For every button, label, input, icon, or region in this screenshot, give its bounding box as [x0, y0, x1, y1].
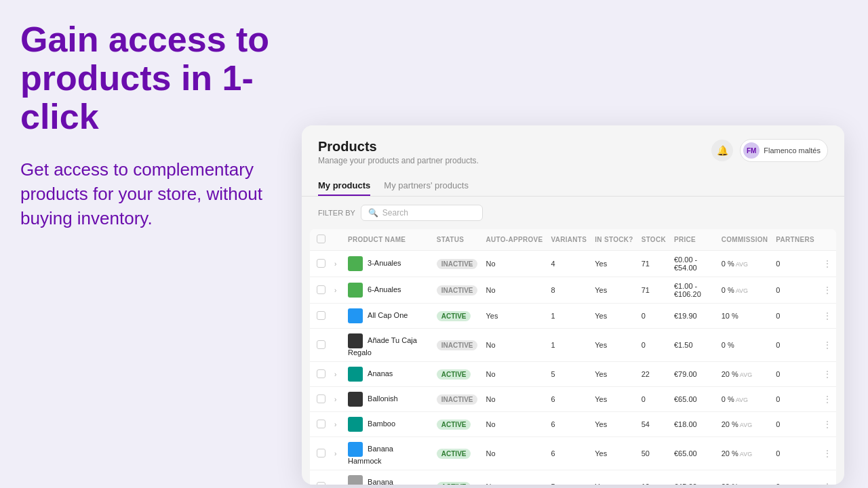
more-icon[interactable]: ⋮	[823, 310, 832, 321]
product-thumbnail	[348, 442, 363, 457]
row-more-actions[interactable]: ⋮	[818, 362, 836, 387]
more-icon[interactable]: ⋮	[823, 369, 832, 380]
row-more-actions[interactable]: ⋮	[818, 470, 836, 485]
row-in-stock: Yes	[591, 362, 637, 387]
row-expand[interactable]: ›	[330, 470, 344, 485]
header-commission: COMMISSION	[717, 229, 772, 251]
table-row[interactable]: › Banana Hammock ACTIVE No 6 Yes 50 €65.…	[310, 437, 836, 470]
row-checkbox[interactable]	[310, 470, 330, 485]
search-placeholder: Search	[382, 208, 408, 218]
select-all-checkbox[interactable]	[317, 235, 326, 243]
row-auto-approve: No	[481, 277, 547, 304]
more-icon[interactable]: ⋮	[823, 285, 832, 296]
table-header-row: PRODUCT NAME STATUS AUTO-APPROVE VARIANT…	[310, 229, 836, 251]
table-row[interactable]: › Ananas ACTIVE No 5 Yes 22 €79.00 20 %A…	[310, 362, 836, 387]
expand-arrow-icon[interactable]: ›	[334, 483, 336, 485]
row-partners: 0	[772, 362, 818, 387]
table-row[interactable]: › Banana Hammock T-Shirt ACTIVE No 5 Yes…	[310, 470, 836, 485]
user-badge[interactable]: FM Flamenco maltés	[740, 139, 828, 162]
row-checkbox[interactable]	[310, 277, 330, 304]
row-select-checkbox[interactable]	[317, 449, 326, 458]
header-auto-approve: AUTO-APPROVE	[481, 229, 547, 251]
more-icon[interactable]: ⋮	[823, 258, 832, 269]
row-expand[interactable]	[330, 304, 344, 329]
row-select-checkbox[interactable]	[317, 285, 326, 294]
row-auto-approve: No	[481, 329, 547, 362]
notification-icon[interactable]: 🔔	[711, 140, 733, 161]
table-row[interactable]: › Bamboo ACTIVE No 6 Yes 54 €18.00 20 %A…	[310, 412, 836, 437]
row-more-actions[interactable]: ⋮	[818, 251, 836, 277]
row-checkbox[interactable]	[310, 251, 330, 277]
row-select-checkbox[interactable]	[317, 340, 326, 349]
row-select-checkbox[interactable]	[317, 482, 326, 485]
more-icon[interactable]: ⋮	[823, 481, 832, 485]
expand-arrow-icon[interactable]: ›	[334, 260, 336, 268]
row-checkbox[interactable]	[310, 387, 330, 412]
expand-arrow-icon[interactable]: ›	[334, 287, 336, 294]
row-expand[interactable]	[330, 329, 344, 362]
row-checkbox[interactable]	[310, 304, 330, 329]
row-more-actions[interactable]: ⋮	[818, 304, 836, 329]
row-price: €79.00	[670, 362, 717, 387]
row-expand[interactable]: ›	[330, 251, 344, 277]
header-checkbox[interactable]	[310, 229, 330, 251]
row-checkbox[interactable]	[310, 329, 330, 362]
row-price: €65.00	[670, 437, 717, 470]
expand-arrow-icon[interactable]: ›	[334, 371, 336, 378]
row-auto-approve: No	[481, 470, 547, 485]
row-select-checkbox[interactable]	[317, 369, 326, 378]
row-variants: 6	[547, 387, 591, 412]
row-more-actions[interactable]: ⋮	[818, 437, 836, 470]
header-variants: VARIANTS	[547, 229, 591, 251]
more-icon[interactable]: ⋮	[823, 340, 832, 350]
table-row[interactable]: All Cap One ACTIVE Yes 1 Yes 0 €19.90 10…	[310, 304, 836, 329]
row-expand[interactable]: ›	[330, 277, 344, 304]
table-row[interactable]: › 6-Anuales INACTIVE No 8 Yes 71 €1.00 -…	[310, 277, 836, 304]
product-name-text: 3-Anuales	[368, 259, 401, 267]
tab-my-products[interactable]: My products	[318, 176, 370, 196]
main-headline: Gain access to products in 1-click	[20, 20, 285, 137]
tab-partners-products[interactable]: My partners' products	[384, 176, 469, 196]
row-more-actions[interactable]: ⋮	[818, 387, 836, 412]
row-price: €1.50	[670, 329, 717, 362]
expand-arrow-icon[interactable]: ›	[334, 421, 336, 428]
product-name-text: Ballonish	[368, 394, 398, 403]
row-select-checkbox[interactable]	[317, 420, 326, 428]
more-icon[interactable]: ⋮	[823, 419, 832, 430]
row-commission: 20 %AVG	[717, 412, 772, 437]
table-row[interactable]: › Ballonish INACTIVE No 6 Yes 0 €65.00 0…	[310, 387, 836, 412]
row-expand[interactable]: ›	[330, 412, 344, 437]
row-select-checkbox[interactable]	[317, 311, 326, 320]
title-area: Products Manage your products and partne…	[318, 139, 479, 165]
row-expand[interactable]: ›	[330, 437, 344, 470]
more-icon[interactable]: ⋮	[823, 394, 832, 405]
header-stock: STOCK	[637, 229, 670, 251]
row-checkbox[interactable]	[310, 412, 330, 437]
search-box[interactable]: 🔍 Search	[361, 205, 483, 221]
expand-arrow-icon[interactable]: ›	[334, 396, 336, 403]
table-row[interactable]: › 3-Anuales INACTIVE No 4 Yes 71 €0.00 -…	[310, 251, 836, 277]
table-row[interactable]: Añade Tu Caja Regalo INACTIVE No 1 Yes 0…	[310, 329, 836, 362]
row-status: ACTIVE	[433, 362, 482, 387]
header-product-name: PRODUCT NAME	[344, 229, 433, 251]
row-checkbox[interactable]	[310, 362, 330, 387]
row-more-actions[interactable]: ⋮	[818, 329, 836, 362]
expand-arrow-icon[interactable]: ›	[334, 450, 336, 458]
row-more-actions[interactable]: ⋮	[818, 412, 836, 437]
row-select-checkbox[interactable]	[317, 259, 326, 268]
row-checkbox[interactable]	[310, 437, 330, 470]
row-in-stock: Yes	[591, 304, 637, 329]
row-select-checkbox[interactable]	[317, 394, 326, 403]
avatar: FM	[743, 142, 760, 159]
more-icon[interactable]: ⋮	[823, 448, 832, 459]
row-expand[interactable]: ›	[330, 387, 344, 412]
row-stock: 10	[637, 470, 670, 485]
row-in-stock: Yes	[591, 277, 637, 304]
row-more-actions[interactable]: ⋮	[818, 277, 836, 304]
sub-text: Get access to complementary products for…	[20, 157, 285, 231]
row-status: INACTIVE	[433, 329, 482, 362]
row-expand[interactable]: ›	[330, 362, 344, 387]
row-in-stock: Yes	[591, 387, 637, 412]
user-name: Flamenco maltés	[764, 146, 821, 155]
row-price: €65.00	[670, 387, 717, 412]
